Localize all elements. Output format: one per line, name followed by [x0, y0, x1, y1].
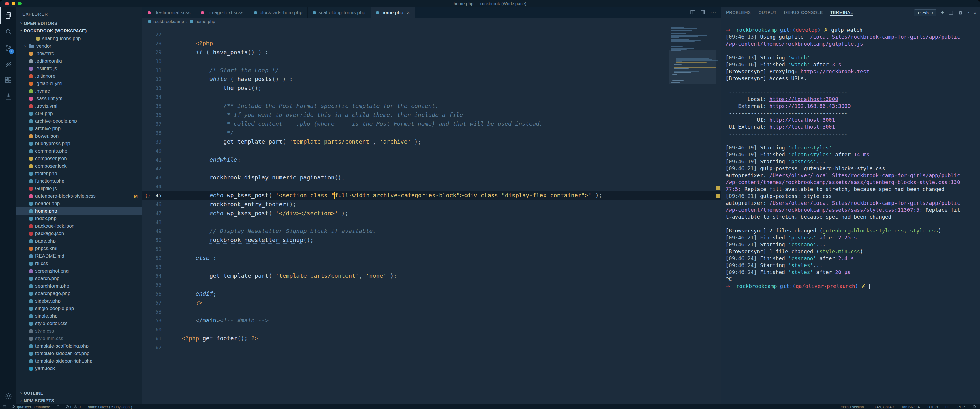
- editor-scrollbar[interactable]: [715, 25, 721, 404]
- language-mode[interactable]: PHP: [957, 405, 965, 409]
- gutter-52[interactable]: 52: [142, 253, 182, 263]
- code-line-39[interactable]: 39 get_template_part( 'template-parts/co…: [142, 137, 721, 146]
- file-item-.nvmrc[interactable]: .nvmrc: [16, 88, 142, 95]
- zoom-window-button[interactable]: [18, 2, 22, 5]
- extensions-icon[interactable]: [0, 72, 16, 88]
- file-item-style-editor.css[interactable]: style-editor.css: [16, 320, 142, 327]
- code-line-33[interactable]: 33 the_post();: [142, 84, 721, 92]
- minimap[interactable]: [671, 27, 714, 90]
- new-terminal-icon[interactable]: +: [941, 10, 944, 16]
- git-branch-status[interactable]: qa/oliver-prelaunch*: [12, 405, 51, 409]
- gutter-57[interactable]: 57: [142, 298, 182, 307]
- file-item-.bowerrc[interactable]: .bowerrc: [16, 50, 142, 57]
- sync-icon[interactable]: [56, 405, 60, 408]
- breadcrumb-folder[interactable]: rockbrookcamp: [153, 19, 184, 24]
- gutter-34[interactable]: 34: [142, 92, 182, 102]
- file-item-searchpage.php[interactable]: searchpage.php: [16, 290, 142, 298]
- close-window-button[interactable]: [5, 2, 9, 5]
- close-tab-icon[interactable]: ×: [407, 10, 409, 16]
- file-item-.gitlab-ci.yml[interactable]: .gitlab-ci.yml: [16, 80, 142, 88]
- gutter-49[interactable]: 49: [142, 227, 182, 236]
- download-icon[interactable]: [0, 88, 16, 104]
- file-item-README.md[interactable]: README.md: [16, 252, 142, 260]
- file-item-gutenberg-blocks-style.scss[interactable]: gutenberg-blocks-style.scssM: [16, 193, 142, 200]
- minimap-slider[interactable]: [670, 51, 716, 84]
- source-control-icon[interactable]: 2: [0, 40, 16, 56]
- gutter-53[interactable]: 53: [142, 263, 182, 271]
- terminal-select[interactable]: 1: zsh ▾: [914, 9, 937, 16]
- code-line-27[interactable]: 27: [142, 30, 721, 39]
- breadcrumb-file[interactable]: home.php: [195, 19, 215, 24]
- gutter-29[interactable]: 29: [142, 48, 182, 57]
- minimize-window-button[interactable]: [11, 2, 15, 5]
- file-item-functions.php[interactable]: functions.php: [16, 177, 142, 185]
- code-line-54[interactable]: 54 get_template_part( 'template-parts/co…: [142, 271, 721, 280]
- symbol-path[interactable]: main › section: [841, 405, 864, 409]
- code-line-60[interactable]: 60: [142, 325, 721, 334]
- code-line-41[interactable]: 41 endwhile;: [142, 155, 721, 164]
- gutter-40[interactable]: 40: [142, 146, 182, 155]
- code-line-46[interactable]: 46 rockbrook_entry_footer();: [142, 200, 721, 209]
- file-item-.editorconfig[interactable]: .editorconfig: [16, 57, 142, 65]
- code-line-58[interactable]: 58: [142, 307, 721, 316]
- code-line-38[interactable]: 38 */: [142, 128, 721, 137]
- code-line-36[interactable]: 36 * If you want to override this in a c…: [142, 110, 721, 119]
- code-line-37[interactable]: 37 * called content-___.php (where ___ i…: [142, 119, 721, 128]
- gutter-55[interactable]: 55: [142, 280, 182, 289]
- section-outline[interactable]: › OUTLINE: [16, 389, 142, 396]
- code-line-51[interactable]: 51: [142, 245, 721, 253]
- gutter-46[interactable]: 46: [142, 200, 182, 209]
- code-line-43[interactable]: 43 rockbrook_display_numeric_pagination(…: [142, 173, 721, 182]
- file-item-index.php[interactable]: index.php: [16, 215, 142, 223]
- tab-block-wds-hero.php[interactable]: block-wds-hero.php: [249, 8, 308, 18]
- file-item-buddypress.php[interactable]: buddypress.php: [16, 140, 142, 147]
- code-line-29[interactable]: 29 if ( have_posts() ) :: [142, 48, 721, 57]
- file-item-Gulpfile.js[interactable]: Gulpfile.js: [16, 185, 142, 193]
- file-item-.gitignore[interactable]: .gitignore: [16, 72, 142, 80]
- section-workspace[interactable]: › ROCKBROOK (WORKSPACE): [16, 27, 142, 34]
- encoding-indicator[interactable]: UTF-8: [927, 405, 938, 409]
- file-item-sidebar.php[interactable]: sidebar.php: [16, 298, 142, 305]
- panel-tab-problems[interactable]: PROBLEMS: [726, 10, 751, 16]
- code-line-49[interactable]: 49 // Display Newsletter Signup block if…: [142, 227, 721, 236]
- file-item-.sass-lint.yml[interactable]: .sass-lint.yml: [16, 95, 142, 102]
- gutter-39[interactable]: 39: [142, 137, 182, 146]
- gutter-31[interactable]: 31: [142, 66, 182, 75]
- file-item-package.json[interactable]: package.json: [16, 230, 142, 237]
- tab-_testimonial.scss[interactable]: _testimonial.scss: [142, 8, 196, 18]
- section-open-editors[interactable]: › OPEN EDITORS: [16, 19, 142, 27]
- file-item-bower.json[interactable]: bower.json: [16, 132, 142, 140]
- gutter-60[interactable]: 60: [142, 325, 182, 334]
- file-item-404.php[interactable]: 404.php: [16, 110, 142, 118]
- file-item-comments.php[interactable]: comments.php: [16, 147, 142, 155]
- tab-_image-text.scss[interactable]: _image-text.scss: [196, 8, 249, 18]
- code-line-59[interactable]: 59 </main><!-- #main -->: [142, 316, 721, 325]
- gutter-35[interactable]: 35: [142, 102, 182, 110]
- code-line-40[interactable]: 40: [142, 146, 721, 155]
- code-line-52[interactable]: 52 else :: [142, 253, 721, 263]
- file-item-archive.php[interactable]: archive.php: [16, 125, 142, 132]
- file-item-single.php[interactable]: single.php: [16, 312, 142, 320]
- gutter-61[interactable]: 61: [142, 334, 182, 343]
- gutter-28[interactable]: 28: [142, 39, 182, 48]
- code-line-55[interactable]: 55: [142, 280, 721, 289]
- code-line-53[interactable]: 53: [142, 263, 721, 271]
- search-icon[interactable]: [0, 24, 16, 40]
- tab-home.php[interactable]: home.php×: [371, 8, 415, 18]
- file-item-template-sidebar-left.php[interactable]: template-sidebar-left.php: [16, 350, 142, 357]
- file-item-home.php[interactable]: home.php: [16, 207, 142, 215]
- gutter-62[interactable]: 62: [142, 343, 182, 352]
- tab-size-indicator[interactable]: Tab Size: 4: [901, 405, 920, 409]
- gutter-38[interactable]: 38: [142, 128, 182, 137]
- gutter-47[interactable]: 47: [142, 209, 182, 218]
- split-editor-icon[interactable]: [690, 10, 696, 16]
- file-item-page.php[interactable]: page.php: [16, 237, 142, 245]
- debug-icon[interactable]: [0, 56, 16, 72]
- gutter-41[interactable]: 41: [142, 155, 182, 164]
- explorer-icon[interactable]: [0, 8, 16, 24]
- maximize-panel-icon[interactable]: ›: [965, 12, 971, 14]
- file-item-screenshot.png[interactable]: screenshot.png: [16, 267, 142, 275]
- gutter-44[interactable]: 44: [142, 182, 182, 191]
- code-line-34[interactable]: 34: [142, 92, 721, 102]
- toggle-layout-icon[interactable]: [700, 10, 706, 16]
